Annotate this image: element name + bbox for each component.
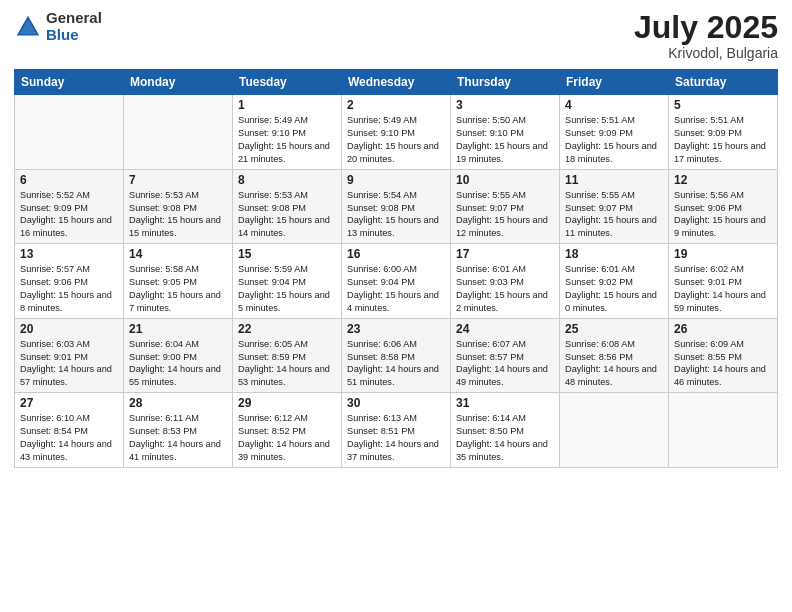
day-number: 7: [129, 173, 227, 187]
calendar-cell: 5Sunrise: 5:51 AM Sunset: 9:09 PM Daylig…: [669, 95, 778, 170]
logo-general-text: General: [46, 10, 102, 27]
weekday-header-sunday: Sunday: [15, 70, 124, 95]
calendar-cell: [15, 95, 124, 170]
day-info: Sunrise: 5:50 AM Sunset: 9:10 PM Dayligh…: [456, 114, 554, 166]
weekday-header-wednesday: Wednesday: [342, 70, 451, 95]
day-info: Sunrise: 6:07 AM Sunset: 8:57 PM Dayligh…: [456, 338, 554, 390]
day-info: Sunrise: 6:04 AM Sunset: 9:00 PM Dayligh…: [129, 338, 227, 390]
day-info: Sunrise: 5:51 AM Sunset: 9:09 PM Dayligh…: [565, 114, 663, 166]
day-number: 21: [129, 322, 227, 336]
day-info: Sunrise: 5:59 AM Sunset: 9:04 PM Dayligh…: [238, 263, 336, 315]
calendar-cell: 6Sunrise: 5:52 AM Sunset: 9:09 PM Daylig…: [15, 169, 124, 244]
calendar-cell: 21Sunrise: 6:04 AM Sunset: 9:00 PM Dayli…: [124, 318, 233, 393]
calendar-cell: 26Sunrise: 6:09 AM Sunset: 8:55 PM Dayli…: [669, 318, 778, 393]
calendar-cell: 2Sunrise: 5:49 AM Sunset: 9:10 PM Daylig…: [342, 95, 451, 170]
calendar-cell: 3Sunrise: 5:50 AM Sunset: 9:10 PM Daylig…: [451, 95, 560, 170]
calendar-cell: 10Sunrise: 5:55 AM Sunset: 9:07 PM Dayli…: [451, 169, 560, 244]
title-block: July 2025 Krivodol, Bulgaria: [634, 10, 778, 61]
calendar-cell: 22Sunrise: 6:05 AM Sunset: 8:59 PM Dayli…: [233, 318, 342, 393]
day-number: 28: [129, 396, 227, 410]
day-number: 25: [565, 322, 663, 336]
day-info: Sunrise: 6:06 AM Sunset: 8:58 PM Dayligh…: [347, 338, 445, 390]
day-info: Sunrise: 6:08 AM Sunset: 8:56 PM Dayligh…: [565, 338, 663, 390]
day-number: 6: [20, 173, 118, 187]
calendar-cell: [669, 393, 778, 468]
day-info: Sunrise: 5:52 AM Sunset: 9:09 PM Dayligh…: [20, 189, 118, 241]
day-number: 31: [456, 396, 554, 410]
calendar-week-row: 1Sunrise: 5:49 AM Sunset: 9:10 PM Daylig…: [15, 95, 778, 170]
weekday-header-thursday: Thursday: [451, 70, 560, 95]
day-info: Sunrise: 5:51 AM Sunset: 9:09 PM Dayligh…: [674, 114, 772, 166]
location: Krivodol, Bulgaria: [634, 45, 778, 61]
day-info: Sunrise: 5:56 AM Sunset: 9:06 PM Dayligh…: [674, 189, 772, 241]
day-info: Sunrise: 6:05 AM Sunset: 8:59 PM Dayligh…: [238, 338, 336, 390]
weekday-header-monday: Monday: [124, 70, 233, 95]
calendar-week-row: 27Sunrise: 6:10 AM Sunset: 8:54 PM Dayli…: [15, 393, 778, 468]
weekday-header-row: SundayMondayTuesdayWednesdayThursdayFrid…: [15, 70, 778, 95]
day-info: Sunrise: 6:01 AM Sunset: 9:02 PM Dayligh…: [565, 263, 663, 315]
day-number: 22: [238, 322, 336, 336]
day-number: 17: [456, 247, 554, 261]
day-info: Sunrise: 6:14 AM Sunset: 8:50 PM Dayligh…: [456, 412, 554, 464]
day-number: 3: [456, 98, 554, 112]
day-info: Sunrise: 6:09 AM Sunset: 8:55 PM Dayligh…: [674, 338, 772, 390]
day-number: 20: [20, 322, 118, 336]
day-info: Sunrise: 6:02 AM Sunset: 9:01 PM Dayligh…: [674, 263, 772, 315]
day-info: Sunrise: 5:55 AM Sunset: 9:07 PM Dayligh…: [565, 189, 663, 241]
calendar-cell: 27Sunrise: 6:10 AM Sunset: 8:54 PM Dayli…: [15, 393, 124, 468]
day-number: 23: [347, 322, 445, 336]
logo-text: General Blue: [46, 10, 102, 43]
calendar-cell: 30Sunrise: 6:13 AM Sunset: 8:51 PM Dayli…: [342, 393, 451, 468]
logo-icon: [14, 13, 42, 41]
day-number: 14: [129, 247, 227, 261]
calendar-cell: 8Sunrise: 5:53 AM Sunset: 9:08 PM Daylig…: [233, 169, 342, 244]
calendar-cell: 31Sunrise: 6:14 AM Sunset: 8:50 PM Dayli…: [451, 393, 560, 468]
calendar-cell: 28Sunrise: 6:11 AM Sunset: 8:53 PM Dayli…: [124, 393, 233, 468]
weekday-header-saturday: Saturday: [669, 70, 778, 95]
calendar-cell: 11Sunrise: 5:55 AM Sunset: 9:07 PM Dayli…: [560, 169, 669, 244]
day-number: 1: [238, 98, 336, 112]
day-number: 16: [347, 247, 445, 261]
day-info: Sunrise: 6:00 AM Sunset: 9:04 PM Dayligh…: [347, 263, 445, 315]
day-info: Sunrise: 5:49 AM Sunset: 9:10 PM Dayligh…: [238, 114, 336, 166]
day-number: 26: [674, 322, 772, 336]
month-title: July 2025: [634, 10, 778, 45]
calendar-cell: 24Sunrise: 6:07 AM Sunset: 8:57 PM Dayli…: [451, 318, 560, 393]
calendar-cell: 9Sunrise: 5:54 AM Sunset: 9:08 PM Daylig…: [342, 169, 451, 244]
day-info: Sunrise: 6:13 AM Sunset: 8:51 PM Dayligh…: [347, 412, 445, 464]
header: General Blue July 2025 Krivodol, Bulgari…: [14, 10, 778, 61]
logo-blue-text: Blue: [46, 27, 102, 44]
day-number: 19: [674, 247, 772, 261]
day-info: Sunrise: 5:58 AM Sunset: 9:05 PM Dayligh…: [129, 263, 227, 315]
calendar-cell: 15Sunrise: 5:59 AM Sunset: 9:04 PM Dayli…: [233, 244, 342, 319]
calendar-cell: 19Sunrise: 6:02 AM Sunset: 9:01 PM Dayli…: [669, 244, 778, 319]
calendar-cell: [560, 393, 669, 468]
logo: General Blue: [14, 10, 102, 43]
day-info: Sunrise: 5:54 AM Sunset: 9:08 PM Dayligh…: [347, 189, 445, 241]
day-info: Sunrise: 5:57 AM Sunset: 9:06 PM Dayligh…: [20, 263, 118, 315]
calendar-cell: 1Sunrise: 5:49 AM Sunset: 9:10 PM Daylig…: [233, 95, 342, 170]
calendar-cell: 25Sunrise: 6:08 AM Sunset: 8:56 PM Dayli…: [560, 318, 669, 393]
calendar-cell: [124, 95, 233, 170]
calendar-table: SundayMondayTuesdayWednesdayThursdayFrid…: [14, 69, 778, 468]
calendar-cell: 17Sunrise: 6:01 AM Sunset: 9:03 PM Dayli…: [451, 244, 560, 319]
day-info: Sunrise: 5:53 AM Sunset: 9:08 PM Dayligh…: [238, 189, 336, 241]
day-info: Sunrise: 6:12 AM Sunset: 8:52 PM Dayligh…: [238, 412, 336, 464]
day-number: 8: [238, 173, 336, 187]
day-number: 12: [674, 173, 772, 187]
day-number: 9: [347, 173, 445, 187]
calendar-cell: 23Sunrise: 6:06 AM Sunset: 8:58 PM Dayli…: [342, 318, 451, 393]
calendar-cell: 14Sunrise: 5:58 AM Sunset: 9:05 PM Dayli…: [124, 244, 233, 319]
calendar-cell: 4Sunrise: 5:51 AM Sunset: 9:09 PM Daylig…: [560, 95, 669, 170]
day-info: Sunrise: 6:01 AM Sunset: 9:03 PM Dayligh…: [456, 263, 554, 315]
calendar-cell: 13Sunrise: 5:57 AM Sunset: 9:06 PM Dayli…: [15, 244, 124, 319]
day-number: 30: [347, 396, 445, 410]
day-info: Sunrise: 5:53 AM Sunset: 9:08 PM Dayligh…: [129, 189, 227, 241]
calendar-cell: 29Sunrise: 6:12 AM Sunset: 8:52 PM Dayli…: [233, 393, 342, 468]
day-number: 15: [238, 247, 336, 261]
calendar-cell: 18Sunrise: 6:01 AM Sunset: 9:02 PM Dayli…: [560, 244, 669, 319]
calendar-cell: 12Sunrise: 5:56 AM Sunset: 9:06 PM Dayli…: [669, 169, 778, 244]
day-number: 13: [20, 247, 118, 261]
calendar-week-row: 13Sunrise: 5:57 AM Sunset: 9:06 PM Dayli…: [15, 244, 778, 319]
calendar-week-row: 6Sunrise: 5:52 AM Sunset: 9:09 PM Daylig…: [15, 169, 778, 244]
